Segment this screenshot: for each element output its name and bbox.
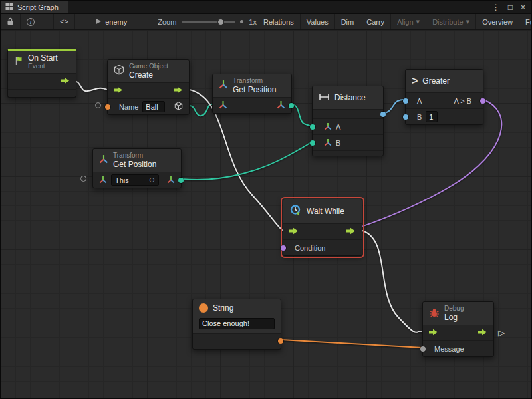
node-wait-while[interactable]: Wait While Condition [283, 199, 362, 256]
b-value-input[interactable] [426, 111, 438, 122]
flow-output-port[interactable] [346, 227, 356, 236]
relations-button[interactable]: Relations [257, 14, 300, 29]
chooser-ring[interactable] [80, 176, 86, 182]
close-icon[interactable]: × [521, 3, 525, 12]
node-title: Greater [422, 76, 450, 86]
vector-input-port-a[interactable] [310, 124, 315, 130]
object-picker-icon[interactable]: ⊙ [149, 176, 155, 184]
node-footer [313, 150, 383, 156]
zoom-label: Zoom [158, 18, 176, 26]
ruler-icon [319, 92, 330, 104]
string-output-port[interactable] [278, 338, 283, 344]
name-value-input[interactable] [142, 101, 165, 112]
flag-icon [14, 56, 23, 68]
flow-output-port[interactable] [174, 86, 183, 95]
name-input-port[interactable] [105, 104, 110, 110]
node-string-literal[interactable]: String [192, 299, 281, 350]
flow-input-port[interactable] [289, 227, 299, 236]
port-label: Message [429, 345, 464, 353]
string-icon [199, 303, 208, 313]
lock-icon [7, 17, 14, 27]
node-category: Game Object [129, 63, 168, 70]
wire-flow-waitwhile-to-log[interactable] [362, 231, 422, 332]
full-screen-button[interactable]: Full Screen [519, 14, 532, 29]
code-view-button[interactable]: <> [53, 14, 75, 29]
wire-position-a-to-distance-a[interactable] [292, 104, 312, 126]
tab-script-graph[interactable]: Script Graph [1, 1, 68, 13]
target-dropdown[interactable]: This ⊙ [111, 174, 159, 186]
node-game-object-create[interactable]: Game Object Create Name [107, 59, 190, 115]
flow-continuation-marker: ▷ [498, 328, 505, 338]
info-icon: i [27, 18, 35, 26]
cube-icon [114, 65, 124, 78]
titlebar: Script Graph ⋮ □ × [1, 1, 531, 14]
bug-icon [429, 307, 440, 320]
node-distance[interactable]: Distance A B [312, 86, 384, 156]
position-output-port[interactable] [289, 103, 294, 108]
zoom-reset-dot[interactable] [240, 20, 243, 23]
port-label: Name [114, 103, 138, 111]
flow-input-port[interactable] [114, 86, 123, 95]
vector-icon [319, 138, 332, 148]
wire-flow-onstart-to-create[interactable] [74, 81, 107, 91]
zoom-slider-knob[interactable] [217, 19, 224, 25]
carry-button[interactable]: Carry [360, 14, 390, 29]
flow-output-port[interactable] [61, 77, 70, 86]
chevron-down-icon: ▾ [466, 17, 470, 26]
target-value: This [115, 176, 129, 184]
node-category: Transform [113, 152, 156, 160]
greater-than-icon: > [412, 75, 418, 87]
string-value-input[interactable] [199, 318, 275, 329]
values-button[interactable]: Values [300, 14, 334, 29]
zoom-slider[interactable] [182, 18, 235, 26]
chooser-ring[interactable] [95, 102, 101, 108]
vector-output-icon [277, 100, 285, 110]
script-graph-window: Script Graph ⋮ □ × i <> enemy Zoom [0, 0, 532, 399]
flow-input-port[interactable] [429, 329, 438, 337]
transform-input-port[interactable] [219, 100, 227, 110]
result-output-port[interactable] [480, 98, 485, 104]
position-output-port[interactable] [178, 178, 184, 183]
info-button[interactable]: i [21, 14, 41, 29]
node-title: Create [129, 70, 168, 80]
node-title: Get Position [113, 160, 156, 169]
node-title: On Start [28, 53, 58, 63]
node-get-position-a[interactable]: Transform Get Position [212, 74, 292, 114]
vector-output-icon [167, 176, 175, 185]
wire-gameobject-create-to-getposition[interactable] [190, 104, 212, 116]
graph-tab-icon [5, 3, 13, 12]
toolbar: i <> enemy Zoom 1x Relations Values Dim … [1, 14, 531, 30]
window-controls: ⋮ □ × [492, 3, 531, 12]
node-footer [8, 89, 76, 97]
graph-canvas[interactable]: On Start Event Game Object Create [1, 30, 532, 399]
wire-string-to-message[interactable] [281, 340, 422, 348]
node-on-start-event[interactable]: On Start Event [7, 49, 76, 98]
message-input-port[interactable] [420, 346, 426, 352]
wire-position-b-to-distance-b[interactable] [182, 142, 312, 180]
maximize-icon[interactable]: □ [508, 3, 513, 12]
wire-distance-to-greater-a[interactable] [384, 100, 405, 113]
overview-button[interactable]: Overview [475, 14, 519, 29]
node-title: Distance [334, 93, 366, 102]
node-category: Transform [233, 77, 276, 85]
distribute-dropdown[interactable]: Distribute▾ [426, 14, 475, 29]
menu-icon[interactable]: ⋮ [492, 3, 500, 12]
node-greater[interactable]: > Greater A A > B B [405, 69, 483, 125]
node-category: Debug [444, 305, 464, 313]
dim-button[interactable]: Dim [334, 14, 360, 29]
number-input-port-b[interactable] [403, 114, 408, 120]
vector-icon [319, 122, 332, 132]
game-object-output-port[interactable] [174, 102, 183, 112]
number-input-port-a[interactable] [403, 98, 408, 104]
transform-input-port[interactable] [99, 176, 107, 185]
distance-output-port[interactable] [380, 112, 386, 117]
node-debug-log[interactable]: Debug Log Message [422, 301, 494, 357]
flow-output-port[interactable] [478, 329, 487, 337]
graph-asset[interactable]: enemy [95, 18, 127, 26]
vector-input-port-b[interactable] [310, 140, 315, 146]
condition-input-port[interactable] [281, 245, 286, 251]
align-dropdown[interactable]: Align▾ [390, 14, 426, 29]
lock-button[interactable] [1, 14, 21, 29]
node-get-position-b[interactable]: Transform Get Position This ⊙ [92, 148, 182, 188]
port-label: B [412, 113, 422, 121]
